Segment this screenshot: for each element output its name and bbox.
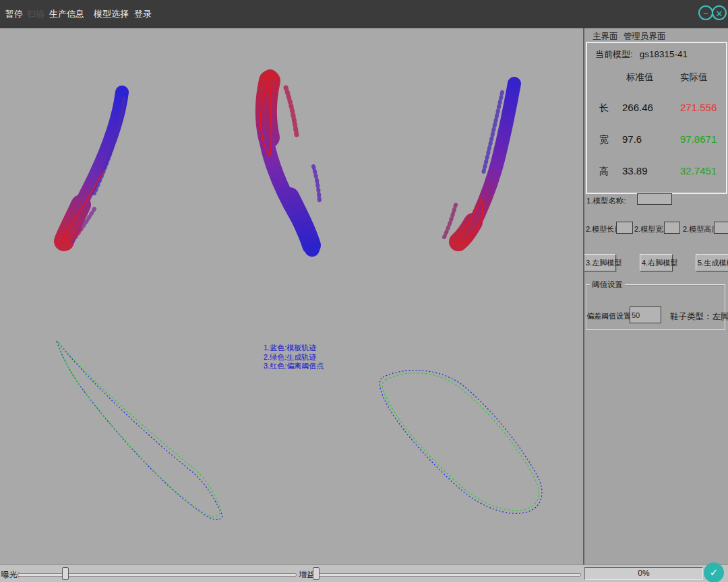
model-width-input[interactable] [664,222,680,234]
contour-left [57,341,222,519]
legend-line-red: 3.红色:偏离阈值点 [264,362,324,371]
close-icon[interactable]: ✕ [712,5,727,20]
legend-line-blue: 1.蓝色:模板轨迹 [264,344,324,353]
minimize-icon[interactable]: − [698,5,713,20]
exposure-slider-thumb[interactable] [62,567,69,580]
row-width-actual: 97.8671 [680,133,717,145]
model-height-input[interactable] [714,222,728,234]
menu-item-login[interactable]: 登录 [134,8,152,20]
viewport-canvas[interactable]: 1.蓝色:模板轨迹 2.绿色:生成轨迹 3.红色:偏离阈值点 [0,28,583,564]
status-check-icon[interactable]: ✓ [704,562,724,582]
generate-template-button[interactable]: 5.生成模板 [696,254,728,271]
threshold-group-title: 阈值设置 [590,280,625,290]
gain-slider-thumb[interactable] [313,567,320,580]
row-width-standard: 97.6 [622,133,642,145]
control-panel: 主界面 管理员界面 当前模型:gs18315-41 标准值 实际值 长 266.… [583,28,728,564]
right-foot-model-button[interactable]: 4.右脚模型 [640,254,673,271]
legend-line-green: 2.绿色:生成轨迹 [264,353,324,362]
tab-admin[interactable]: 管理员界面 [624,31,666,42]
col-header-actual: 实际值 [680,71,708,84]
row-length-actual: 271.556 [680,102,717,113]
menu-item-pause[interactable]: 暂停 [5,8,23,20]
gain-slider-track[interactable] [315,573,581,577]
point-cloud-right [444,84,514,243]
color-legend: 1.蓝色:模板轨迹 2.绿色:生成轨迹 3.红色:偏离阈值点 [264,344,324,371]
current-model-value: gs18315-41 [640,49,688,59]
deviation-threshold-label: 偏差阈值设置 [586,311,631,321]
deviation-threshold-input[interactable] [630,306,661,323]
row-height-label: 高 [599,166,609,178]
tab-main[interactable]: 主界面 [593,31,618,42]
row-height-actual: 32.7451 [680,165,717,176]
model-length-input[interactable] [616,222,633,234]
shoe-type-label: 鞋子类型：左脚 [670,311,728,323]
point-cloud-left [61,92,124,244]
model-name-label: 1.模型名称: [586,196,626,206]
exposure-slider-track[interactable] [18,573,297,577]
menu-item-model-select[interactable]: 模型选择 [94,8,129,20]
current-model-label: 当前模型: [595,49,633,59]
current-model-row: 当前模型:gs18315-41 [595,48,688,61]
col-header-standard: 标准值 [626,71,654,84]
row-length-label: 长 [599,102,609,115]
progress-bar: 0% [584,567,703,580]
menu-item-scan: 扫描 [27,8,44,20]
menu-item-production[interactable]: 生产信息 [49,8,84,20]
model-name-input[interactable] [637,193,672,205]
row-height-standard: 33.89 [622,165,648,176]
point-cloud-drawing [0,28,583,564]
left-foot-model-button[interactable]: 3.左脚模型 [584,254,616,271]
row-length-standard: 266.46 [622,102,653,113]
threshold-groupbox: 阈值设置 偏差阈值设置 鞋子类型：左脚 [586,284,725,330]
bottom-bar: 曝光: 增益: 0% ✓ [0,564,728,582]
menu-bar: 暂停 扫描 生产信息 模型选择 登录 − ✕ [0,0,728,29]
point-cloud-middle [261,76,320,249]
application-window: 暂停 扫描 生产信息 模型选择 登录 − ✕ [0,0,728,582]
row-width-label: 宽 [599,134,609,146]
model-info-frame: 当前模型:gs18315-41 标准值 实际值 长 266.46 271.556… [586,42,727,194]
contour-right [380,370,542,514]
